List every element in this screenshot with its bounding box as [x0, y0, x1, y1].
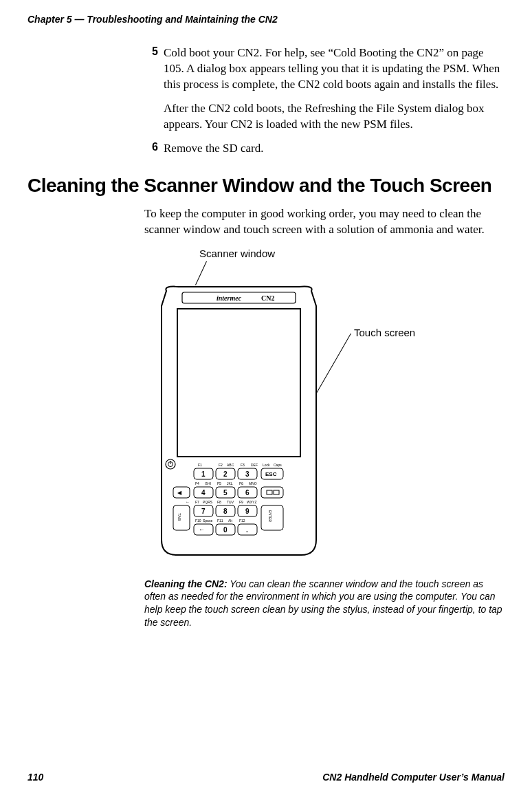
touch-screen-rect — [177, 309, 300, 457]
step-5: 5 Cold boot your CN2. For help, see “Col… — [144, 45, 505, 93]
svg-text:GHI: GHI — [205, 481, 211, 486]
running-head: Chapter 5 — Troubleshooting and Maintain… — [27, 14, 505, 25]
svg-text:8: 8 — [223, 508, 228, 515]
step-number: 5 — [144, 45, 158, 93]
svg-text:←: ← — [186, 500, 190, 504]
page-footer: 110 CN2 Handheld Computer User’s Manual — [27, 772, 505, 783]
figure-caption: Cleaning the CN2: You can clean the scan… — [144, 578, 505, 630]
device-illustration: intermec CN2 F1 F2 ABC F3 DEF Lock Cap — [158, 285, 320, 557]
svg-text:F11: F11 — [217, 519, 223, 523]
leader-line — [195, 261, 207, 285]
svg-text:7: 7 — [201, 508, 206, 515]
svg-text:F5: F5 — [217, 481, 221, 486]
step-text: Remove the SD card. — [164, 141, 263, 157]
svg-text:F10: F10 — [195, 519, 201, 523]
svg-text:F8: F8 — [217, 500, 221, 504]
brand-label: intermec — [217, 294, 242, 302]
svg-rect-42 — [173, 505, 190, 530]
callout-touch-screen: Touch screen — [354, 327, 415, 338]
svg-text:DEF: DEF — [251, 463, 258, 467]
svg-text:F2: F2 — [219, 463, 223, 467]
svg-text:F7: F7 — [195, 500, 199, 504]
svg-text:4: 4 — [201, 489, 206, 497]
svg-text:6: 6 — [245, 489, 250, 497]
step-6: 6 Remove the SD card. — [144, 141, 505, 157]
svg-text:F3: F3 — [241, 463, 245, 467]
svg-text:Lock: Lock — [263, 463, 270, 467]
page-number: 110 — [27, 772, 43, 783]
svg-text:9: 9 — [245, 508, 250, 515]
svg-text:ENTER: ENTER — [268, 510, 272, 522]
step-text: Cold boot your CN2. For help, see “Cold … — [164, 45, 505, 93]
svg-text:←: ← — [199, 526, 205, 533]
svg-text:0: 0 — [223, 526, 228, 534]
figure: Scanner window Touch screen intermec CN2 — [144, 248, 505, 578]
svg-text:TAB: TAB — [177, 513, 181, 521]
svg-text:◀: ◀ — [177, 490, 182, 496]
device-svg: intermec CN2 F1 F2 ABC F3 DEF Lock Cap — [158, 285, 320, 557]
svg-text:TUV: TUV — [227, 500, 234, 504]
svg-text:MNO: MNO — [249, 481, 257, 486]
svg-text:Alt: Alt — [228, 519, 232, 523]
svg-rect-24 — [173, 487, 190, 498]
svg-text:JKL: JKL — [227, 481, 233, 486]
svg-text:2: 2 — [223, 470, 228, 478]
intro-paragraph: To keep the computer in good working ord… — [144, 206, 505, 238]
svg-rect-50 — [261, 505, 283, 530]
svg-text:F12: F12 — [239, 519, 245, 523]
svg-text:ESC: ESC — [265, 471, 277, 477]
callout-scanner-window: Scanner window — [199, 248, 275, 259]
svg-text:PQRS: PQRS — [203, 500, 213, 504]
svg-text:5: 5 — [223, 489, 228, 497]
svg-text:F6: F6 — [239, 481, 243, 486]
step-number: 6 — [144, 141, 158, 157]
svg-text:WXYZ: WXYZ — [247, 500, 256, 504]
manual-title: CN2 Handheld Computer User’s Manual — [322, 772, 505, 783]
svg-text:F9: F9 — [239, 500, 243, 504]
svg-text:.: . — [246, 526, 248, 534]
section-heading: Cleaning the Scanner Window and the Touc… — [27, 175, 505, 197]
svg-text:Space: Space — [203, 519, 212, 523]
svg-text:3: 3 — [245, 470, 250, 478]
svg-text:ABC: ABC — [227, 463, 234, 467]
svg-text:F4: F4 — [195, 481, 199, 486]
svg-text:1: 1 — [201, 470, 206, 478]
svg-text:F1: F1 — [198, 463, 202, 467]
caption-lead: Cleaning the CN2: — [144, 578, 228, 589]
step-5-subtext: After the CN2 cold boots, the Refreshing… — [164, 101, 505, 133]
model-label: CN2 — [261, 294, 274, 302]
svg-text:Caps: Caps — [274, 463, 282, 467]
